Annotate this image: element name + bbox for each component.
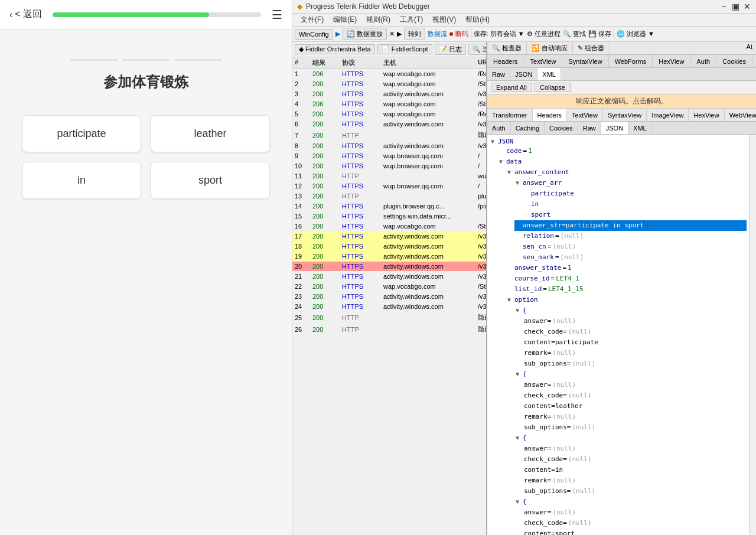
session-row-5[interactable]: 5 200 HTTPS wap.vocabgo.com /Resource/Un…: [292, 109, 486, 119]
answer-content-node[interactable]: ▼ answer_content: [506, 167, 747, 178]
resp-subtab-xml[interactable]: XML: [628, 122, 652, 134]
expand-all-btn[interactable]: Expand All: [491, 83, 532, 92]
answer-arr-expand[interactable]: ▼: [516, 178, 522, 188]
req-tab-auth[interactable]: Auth: [691, 55, 717, 67]
resp-subtab-cookies[interactable]: Cookies: [545, 122, 578, 134]
close-button[interactable]: ✕: [743, 2, 751, 11]
option-brace3[interactable]: ▼ {: [514, 433, 747, 443]
req-tab-syntaxview[interactable]: SyntaxView: [562, 55, 608, 67]
collapse-btn[interactable]: Collapse: [535, 83, 571, 92]
session-row-1[interactable]: 1 206 HTTPS wap.vocabgo.com /Resource/Un…: [292, 69, 486, 79]
opt4-check-code[interactable]: check_code= (null): [523, 518, 747, 529]
menu-view[interactable]: 视图(V): [429, 15, 460, 25]
opt3-expand[interactable]: ▼: [516, 433, 522, 443]
req-tab-headers[interactable]: Headers: [487, 55, 524, 67]
datastream-link[interactable]: 数据流: [428, 30, 447, 38]
option-brace2[interactable]: ▼ {: [514, 369, 747, 380]
menu-edit[interactable]: 编辑(E): [330, 15, 360, 25]
list-id-node[interactable]: list_id = LET4_1_15: [506, 284, 747, 295]
req-subtab-json[interactable]: JSON: [510, 68, 537, 80]
session-row-14[interactable]: 14 200 HTTPS plugin.browser.qq.c... /plu…: [292, 201, 486, 211]
break-btn[interactable]: ■ 断码: [449, 30, 468, 38]
hamburger-icon[interactable]: ☰: [272, 8, 282, 22]
resp-tab-imageview[interactable]: ImageView: [647, 109, 689, 121]
option-brace4[interactable]: ▼ {: [514, 497, 747, 507]
opt2-answer[interactable]: answer= (null): [523, 380, 747, 390]
session-row-16[interactable]: 16 200 HTTPS wap.vocabgo.com /Student/Cl…: [292, 221, 486, 231]
browser-label[interactable]: 🌐 浏览器 ▼: [617, 30, 654, 38]
req-tab-hexview[interactable]: HexView: [653, 55, 690, 67]
opt4-answer[interactable]: answer= (null): [523, 507, 747, 518]
code-node[interactable]: code = 1: [498, 146, 747, 156]
resp-tab-headers[interactable]: Headers: [533, 109, 568, 121]
goto-btn[interactable]: 转到: [404, 28, 425, 40]
req-subtab-raw[interactable]: Raw: [487, 68, 510, 80]
req-subtab-xml[interactable]: XML: [537, 68, 561, 80]
data-replay-btn[interactable]: 🔄 数据重放: [343, 28, 387, 40]
back-button[interactable]: ‹ < 返回: [9, 8, 42, 21]
session-row-8[interactable]: 8 200 HTTPS activity.windows.com /v3/fee…: [292, 141, 486, 151]
option-brace1[interactable]: ▼ {: [514, 305, 747, 316]
minimize-button[interactable]: −: [719, 2, 728, 11]
answer-content-expand[interactable]: ▼: [507, 168, 513, 177]
menu-rules[interactable]: 规则(R): [363, 15, 394, 25]
options-expand[interactable]: ▼: [507, 295, 513, 305]
participate-node[interactable]: participate: [523, 188, 747, 199]
opt3-check-code[interactable]: check_code= (null): [523, 454, 747, 465]
menu-tools[interactable]: 工具(T): [396, 15, 426, 25]
session-row-4[interactable]: 4 206 HTTPS wap.vocabgo.com /Student/Cla…: [292, 99, 486, 109]
session-row-9[interactable]: 9 200 HTTPS wup.browser.qq.com /: [292, 151, 486, 161]
answer-arr-node[interactable]: ▼ answer_arr: [514, 178, 747, 188]
session-row-18[interactable]: 18 200 HTTPS activity.windows.com /v3/fe…: [292, 242, 486, 252]
session-row-19[interactable]: 19 200 HTTPS activity.windows.com /v3/fe…: [292, 252, 486, 262]
session-row-26[interactable]: 26 200 HTTP 隐藏到 v10.events.data.micr...: [292, 324, 486, 335]
req-tab-webforms[interactable]: WebForms: [609, 55, 653, 67]
opt2-sub-options[interactable]: sub_options= (null): [523, 422, 747, 433]
word-option-sport[interactable]: sport: [151, 162, 270, 199]
resp-tab-webview[interactable]: WebView: [725, 109, 756, 121]
winconfig-btn[interactable]: WinConfig: [295, 29, 333, 40]
opt2-check-code[interactable]: check_code= (null): [523, 390, 747, 401]
json-root-expand[interactable]: ▼: [491, 138, 497, 145]
answer-state-node[interactable]: answer_state = 1: [506, 263, 747, 273]
session-row-23[interactable]: 23 200 HTTPS activity.windows.com /v3/fe…: [292, 292, 486, 302]
opt2-expand[interactable]: ▼: [516, 370, 522, 379]
session-row-21[interactable]: 21 200 HTTPS activity.windows.com /v3/fe…: [292, 272, 486, 282]
opt1-content[interactable]: content=participate: [523, 337, 747, 348]
orchestra-beta-btn[interactable]: ◆ Fiddler Orchestra Beta: [295, 44, 375, 54]
session-row-7[interactable]: 7 200 HTTP 隐藏到 v20.events.data.micr...: [292, 129, 486, 141]
session-row-2[interactable]: 2 200 HTTPS wap.vocabgo.com /Student/Cla…: [292, 79, 486, 89]
in-node[interactable]: in: [523, 199, 747, 210]
word-option-leather[interactable]: leather: [151, 115, 270, 152]
json-root[interactable]: ▼ JSON: [490, 137, 747, 146]
session-row-20[interactable]: 20 200 HTTPS activity.windows.com /v3/fe…: [292, 262, 486, 272]
log-btn[interactable]: 📝 日志: [435, 44, 466, 55]
course-id-node[interactable]: course_id = LET4_1: [506, 273, 747, 284]
opt1-answer[interactable]: answer= (null): [523, 316, 747, 327]
opt1-sub-options[interactable]: sub_options= (null): [523, 358, 747, 369]
data-node[interactable]: ▼ data: [498, 156, 747, 167]
search-label[interactable]: 🔍 查找: [563, 30, 586, 38]
resp-tab-textview[interactable]: TextView: [567, 109, 603, 121]
session-row-17[interactable]: 17 200 HTTPS activity.windows.com /v3/fe…: [292, 231, 486, 242]
opt3-content[interactable]: content=in: [523, 465, 747, 475]
session-row-13[interactable]: 13 200 HTTP plugin.browser.qq.com:...: [292, 191, 486, 201]
opt1-remark[interactable]: remark= (null): [523, 348, 747, 358]
opt2-content[interactable]: content=leather: [523, 401, 747, 412]
fiddlerscript-btn[interactable]: 📄 FiddlerScript: [377, 44, 432, 54]
session-row-3[interactable]: 3 200 HTTPS activity.windows.com /v3/fee…: [292, 89, 486, 99]
opt2-remark[interactable]: remark= (null): [523, 412, 747, 422]
word-option-in[interactable]: in: [22, 162, 141, 199]
resp-subtab-auth[interactable]: Auth: [487, 122, 511, 134]
decode-bar[interactable]: 响应正文被编码。点击解码。: [487, 94, 756, 109]
tab-inspector[interactable]: 🔍 检查器: [487, 42, 527, 54]
opt4-expand[interactable]: ▼: [516, 497, 522, 507]
resp-tab-transformer[interactable]: Transformer: [487, 109, 533, 121]
opt3-remark[interactable]: remark= (null): [523, 475, 747, 486]
word-option-participate[interactable]: participate: [22, 115, 141, 152]
resp-tab-hexview[interactable]: HexView: [689, 109, 724, 121]
resp-subtab-raw[interactable]: Raw: [578, 122, 601, 134]
sport-node[interactable]: sport: [523, 210, 747, 220]
save-btn[interactable]: 💾 保存: [588, 30, 611, 38]
resp-subtab-json[interactable]: JSON: [601, 122, 628, 134]
